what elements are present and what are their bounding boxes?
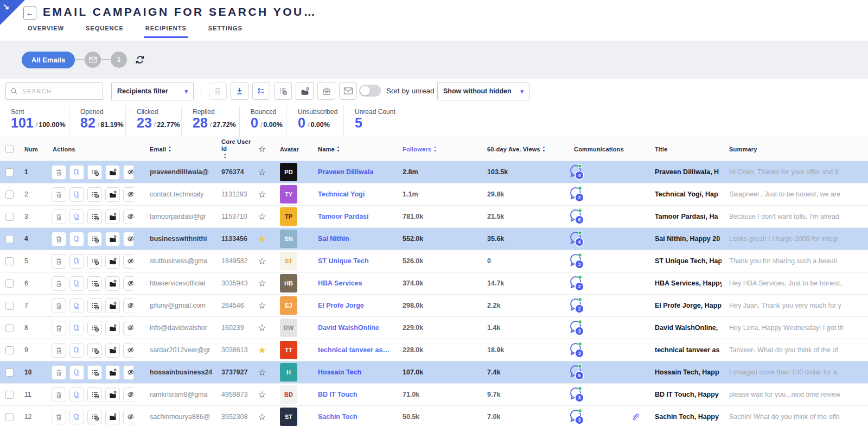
delete-row-button[interactable]: [52, 232, 66, 246]
avatar[interactable]: DW: [280, 319, 297, 337]
communications-icon[interactable]: 8: [569, 208, 585, 225]
row-name-link[interactable]: BD IT Touch: [304, 391, 399, 398]
row-checkbox[interactable]: [5, 324, 14, 332]
add-media-row-button[interactable]: [105, 321, 120, 335]
communications-icon[interactable]: 4: [569, 163, 585, 181]
column-header-star[interactable]: ☆: [252, 144, 272, 154]
hide-row-button[interactable]: [123, 321, 133, 335]
all-emails-button[interactable]: All Emails: [22, 52, 75, 68]
mail-button[interactable]: [339, 82, 357, 100]
row-checkbox[interactable]: [5, 190, 14, 199]
column-header-core-user-id[interactable]: Core User Id▲▼: [218, 138, 252, 159]
hide-row-button[interactable]: [123, 343, 133, 358]
star-outline-icon[interactable]: ☆: [258, 256, 266, 267]
copy-row-button[interactable]: [69, 387, 84, 402]
row-name-link[interactable]: Technical Yogi: [304, 190, 399, 198]
communications-icon[interactable]: 3: [569, 386, 585, 403]
copy-row-button[interactable]: [69, 254, 84, 269]
copy-row-button[interactable]: [69, 209, 84, 224]
delete-row-button[interactable]: [52, 343, 66, 358]
search-box[interactable]: [5, 82, 103, 100]
star-outline-icon[interactable]: ☆: [258, 189, 266, 200]
row-checkbox[interactable]: [5, 279, 14, 288]
avatar[interactable]: HB: [280, 274, 297, 293]
delete-row-button[interactable]: [52, 410, 66, 424]
star-outline-icon[interactable]: ☆: [258, 389, 266, 400]
avatar[interactable]: ST: [280, 252, 297, 270]
add-to-list-row-button[interactable]: [87, 387, 102, 402]
copy-row-button[interactable]: [69, 343, 84, 358]
add-to-list-row-button[interactable]: [87, 254, 102, 269]
copy-row-button[interactable]: [69, 165, 84, 180]
star-filled-icon[interactable]: ★: [258, 345, 266, 356]
add-to-list-row-button[interactable]: [87, 343, 102, 358]
row-checkbox[interactable]: [5, 168, 14, 176]
sort-by-unread-toggle[interactable]: [359, 85, 381, 97]
row-name-link[interactable]: HBA Services: [304, 279, 399, 287]
hide-row-button[interactable]: [123, 187, 133, 202]
add-media-row-button[interactable]: [105, 209, 120, 224]
row-name-link[interactable]: Hossain Tech: [304, 368, 399, 376]
delete-row-button[interactable]: [52, 165, 66, 180]
copy-row-button[interactable]: [69, 276, 84, 291]
delete-row-button[interactable]: [52, 387, 66, 402]
delete-row-button[interactable]: [52, 187, 66, 202]
row-name-link[interactable]: Sai Nithin: [304, 235, 399, 243]
column-header-followers[interactable]: Followers▲▼: [399, 145, 477, 152]
hide-row-button[interactable]: [123, 232, 133, 246]
add-to-list-button[interactable]: [274, 82, 292, 100]
column-header-email[interactable]: Email▲▼: [133, 145, 218, 152]
avatar[interactable]: ST: [280, 408, 297, 426]
add-media-row-button[interactable]: [105, 387, 120, 402]
avatar[interactable]: SN: [280, 230, 297, 248]
hide-row-button[interactable]: [123, 298, 133, 313]
copy-row-button[interactable]: [69, 321, 84, 335]
add-to-list-row-button[interactable]: [87, 165, 102, 180]
refresh-button[interactable]: [135, 54, 145, 65]
row-name-link[interactable]: technical tanveer as…: [304, 346, 399, 354]
stepper-mail-step[interactable]: [85, 52, 101, 68]
hide-row-button[interactable]: [123, 165, 133, 180]
row-checkbox[interactable]: [5, 302, 14, 310]
communications-icon[interactable]: 3: [569, 319, 585, 336]
delete-row-button[interactable]: [52, 209, 66, 224]
add-to-list-row-button[interactable]: [87, 321, 102, 335]
star-outline-icon[interactable]: ☆: [258, 300, 266, 311]
search-input[interactable]: [22, 88, 98, 94]
copy-row-button[interactable]: [69, 187, 84, 202]
row-name-link[interactable]: David WalshOnline: [304, 324, 399, 332]
communications-icon[interactable]: 3: [569, 408, 585, 425]
communications-icon[interactable]: 2: [569, 186, 585, 203]
tab[interactable]: SEQUENCE: [84, 25, 125, 38]
copy-row-button[interactable]: [69, 298, 84, 313]
row-checkbox[interactable]: [5, 235, 14, 243]
column-header-name[interactable]: Name▲▼: [304, 145, 399, 152]
row-checkbox[interactable]: [5, 368, 14, 377]
row-checkbox[interactable]: [5, 257, 14, 265]
avatar[interactable]: H: [280, 363, 297, 382]
add-media-row-button[interactable]: [105, 165, 120, 180]
tab[interactable]: OVERVIEW: [26, 25, 66, 38]
add-media-row-button[interactable]: [105, 410, 120, 424]
add-media-row-button[interactable]: [105, 276, 120, 291]
avatar[interactable]: TY: [280, 185, 297, 204]
row-name-link[interactable]: Tamoor Pardasi: [304, 213, 399, 220]
add-media-row-button[interactable]: [105, 254, 120, 269]
recipients-filter-dropdown[interactable]: Recipients filter ▾: [111, 82, 194, 100]
communications-icon[interactable]: 5: [569, 364, 585, 381]
download-button[interactable]: [231, 82, 248, 100]
avatar[interactable]: TP: [280, 207, 297, 226]
avatar[interactable]: BD: [280, 385, 297, 404]
row-name-link[interactable]: Sachin Tech: [304, 413, 399, 421]
back-button[interactable]: ←: [23, 7, 36, 20]
delete-row-button[interactable]: [52, 321, 66, 335]
communications-icon[interactable]: 2: [569, 297, 585, 314]
row-checkbox[interactable]: [5, 213, 14, 221]
delete-selected-button[interactable]: [209, 82, 227, 100]
communications-icon[interactable]: 4: [569, 230, 585, 247]
add-to-list-row-button[interactable]: [87, 365, 102, 380]
copy-row-button[interactable]: [69, 410, 84, 424]
star-outline-icon[interactable]: ☆: [258, 411, 266, 423]
select-all-checkbox[interactable]: [5, 145, 14, 153]
add-to-list-row-button[interactable]: [87, 298, 102, 313]
